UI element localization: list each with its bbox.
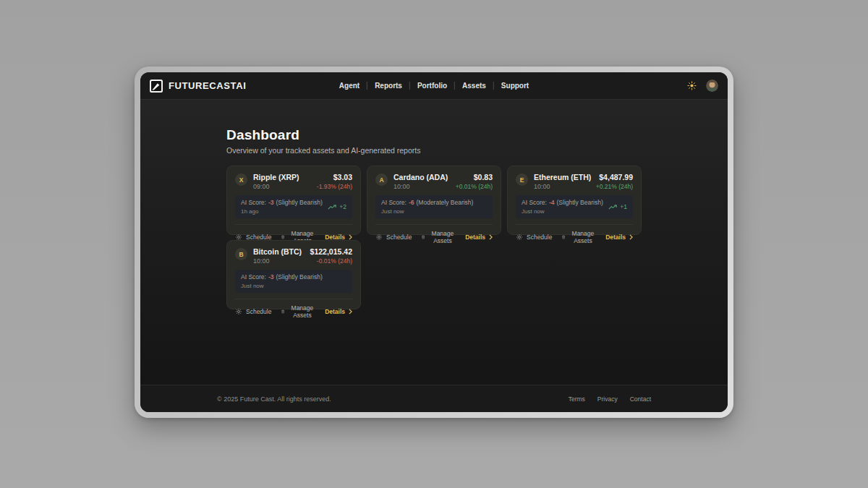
asset-card-bitcoin: B Bitcoin (BTC) 10:00 $122,015.42 -0.01%…	[226, 240, 361, 309]
footer-link-contact[interactable]: Contact	[630, 395, 651, 403]
top-navigation-bar: FUTURECASTAI Agent Reports Portfolio Ass…	[140, 72, 728, 100]
ai-score-label: AI Score:	[522, 199, 547, 206]
theme-toggle-button[interactable]	[686, 80, 698, 92]
ai-score-label: AI Score:	[241, 199, 266, 206]
nav-item-assets[interactable]: Assets	[455, 72, 493, 100]
trend-badge: +1	[608, 203, 627, 210]
footer-links: Terms Privacy Contact	[569, 395, 651, 403]
page-subtitle: Overview of your tracked assets and AI-g…	[226, 146, 642, 155]
ai-score-label: AI Score:	[241, 273, 266, 281]
asset-card-ripple: X Ripple (XRP) 09:00 $3.03 -1.93% (24h)	[226, 166, 361, 235]
nav-item-reports[interactable]: Reports	[367, 72, 409, 100]
ai-score-panel: AI Score:-3(Slightly Bearish) 1h ago +2	[235, 195, 352, 218]
details-label: Details	[465, 234, 485, 241]
manage-assets-label: Manage Assets	[570, 230, 596, 244]
manage-assets-button[interactable]: Manage Assets	[561, 230, 596, 244]
asset-change: +0.01% (24h)	[456, 183, 493, 190]
ai-score-value: -3	[268, 199, 274, 206]
ai-score-sentiment: (Moderately Bearish)	[417, 199, 474, 206]
chevron-right-icon	[349, 234, 352, 240]
copyright-text: © 2025 Future Cast. All rights reserved.	[217, 395, 331, 403]
manage-assets-button[interactable]: Manage Assets	[281, 304, 315, 319]
gear-icon	[235, 308, 242, 315]
user-menu-button[interactable]	[706, 80, 718, 92]
asset-avatar: X	[235, 174, 247, 186]
trend-value: +2	[339, 203, 346, 210]
dashboard-main: Dashboard Overview of your tracked asset…	[140, 100, 728, 385]
manage-assets-label: Manage Assets	[289, 304, 315, 319]
brand-name: FUTURECASTAI	[169, 80, 246, 91]
manage-assets-button[interactable]: Manage Assets	[421, 230, 456, 244]
asset-card-grid: X Ripple (XRP) 09:00 $3.03 -1.93% (24h)	[226, 166, 642, 309]
asset-time: 10:00	[393, 183, 448, 190]
asset-avatar: B	[235, 248, 247, 260]
asset-time: 10:00	[534, 183, 591, 190]
app-screen: FUTURECASTAI Agent Reports Portfolio Ass…	[140, 72, 728, 412]
updated-time: Just now	[381, 208, 473, 215]
details-button[interactable]: Details	[325, 308, 352, 315]
asset-avatar: E	[516, 174, 528, 186]
sun-icon	[687, 81, 697, 90]
footer-link-privacy[interactable]: Privacy	[597, 395, 618, 403]
page-title: Dashboard	[226, 127, 642, 143]
user-avatar	[706, 80, 718, 92]
ai-score-panel: AI Score:-4(Slightly Bearish) Just now +…	[516, 195, 633, 218]
trending-up-icon	[608, 205, 617, 210]
asset-card-cardano: A Cardano (ADA) 10:00 $0.83 +0.01% (24h)	[367, 166, 501, 235]
updated-time: Just now	[241, 283, 323, 289]
gear-icon	[516, 234, 523, 241]
asset-price: $3.03	[317, 173, 352, 181]
chevron-right-icon	[349, 309, 352, 314]
asset-card-ethereum: E Ethereum (ETH) 10:00 $4,487.99 +0.21% …	[507, 166, 642, 235]
trash-icon	[561, 234, 566, 241]
gear-icon	[375, 234, 383, 241]
trend-badge: +2	[328, 203, 346, 210]
trash-icon	[421, 234, 425, 241]
schedule-button[interactable]: Schedule	[516, 234, 552, 241]
ai-score-value: -6	[409, 199, 414, 206]
asset-name: Ethereum (ETH)	[534, 173, 591, 181]
trending-up-icon	[328, 205, 336, 210]
schedule-label: Schedule	[386, 234, 412, 241]
asset-name: Cardano (ADA)	[393, 173, 448, 181]
asset-change: +0.21% (24h)	[596, 183, 633, 190]
nav-item-agent[interactable]: Agent	[332, 72, 367, 100]
asset-price: $4,487.99	[596, 173, 633, 181]
ai-score-sentiment: (Slightly Bearish)	[276, 199, 323, 206]
ai-score-panel: AI Score:-3(Slightly Bearish) Just now	[235, 270, 352, 293]
schedule-button[interactable]: Schedule	[375, 234, 412, 241]
app-logo-icon	[150, 80, 163, 93]
asset-change: -0.01% (24h)	[310, 257, 352, 265]
updated-time: 1h ago	[241, 208, 323, 215]
brand: FUTURECASTAI	[150, 80, 246, 93]
schedule-button[interactable]: Schedule	[235, 308, 271, 315]
details-label: Details	[325, 308, 345, 315]
ai-score-sentiment: (Slightly Bearish)	[557, 199, 603, 206]
manage-assets-label: Manage Assets	[430, 230, 456, 244]
ai-score-label: AI Score:	[381, 199, 407, 206]
nav-item-portfolio[interactable]: Portfolio	[410, 72, 454, 100]
ai-score-sentiment: (Slightly Bearish)	[276, 273, 323, 281]
ai-score-panel: AI Score:-6(Moderately Bearish) Just now	[375, 195, 493, 218]
asset-price: $122,015.42	[310, 247, 352, 256]
trend-value: +1	[620, 203, 627, 210]
main-nav: Agent Reports Portfolio Assets Support	[332, 72, 536, 99]
ai-score-value: -4	[549, 199, 555, 206]
asset-name: Ripple (XRP)	[253, 173, 299, 181]
app-window: FUTURECASTAI Agent Reports Portfolio Ass…	[135, 67, 733, 418]
asset-change: -1.93% (24h)	[317, 183, 352, 190]
asset-time: 10:00	[253, 257, 302, 265]
details-label: Details	[605, 234, 626, 241]
schedule-label: Schedule	[246, 308, 271, 315]
asset-name: Bitcoin (BTC)	[253, 247, 302, 256]
updated-time: Just now	[522, 208, 603, 215]
footer: © 2025 Future Cast. All rights reserved.…	[140, 385, 728, 412]
details-button[interactable]: Details	[605, 234, 633, 241]
chevron-right-icon	[629, 234, 633, 240]
ai-score-value: -3	[268, 273, 274, 281]
header-actions	[686, 80, 718, 92]
chevron-right-icon	[489, 234, 493, 240]
details-button[interactable]: Details	[465, 234, 493, 241]
footer-link-terms[interactable]: Terms	[569, 395, 585, 403]
nav-item-support[interactable]: Support	[494, 72, 536, 100]
